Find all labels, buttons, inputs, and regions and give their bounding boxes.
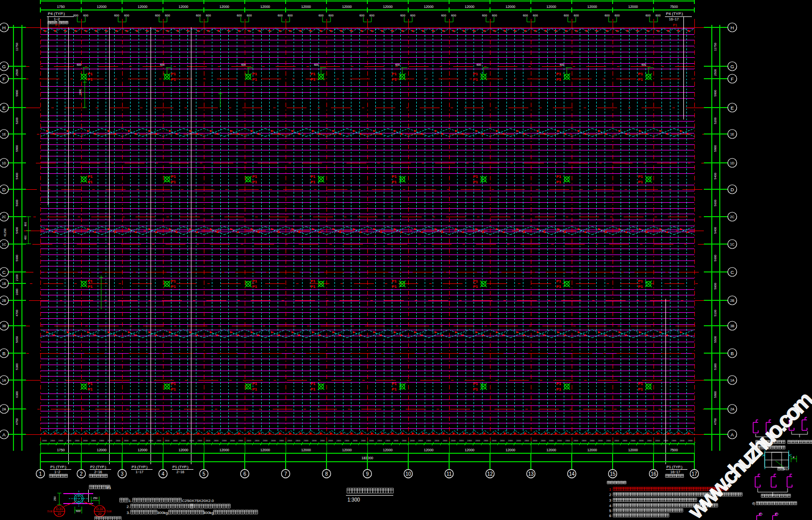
svg-text:5400: 5400	[15, 227, 18, 234]
svg-text:5800: 5800	[15, 90, 18, 97]
svg-text:P1: P1	[473, 387, 478, 391]
svg-text:P1: P1	[638, 284, 643, 289]
svg-text:5600: 5600	[15, 199, 18, 206]
svg-text:10: 10	[405, 471, 411, 477]
svg-text:P1: P1	[638, 180, 643, 184]
svg-text:3.: 3.	[127, 511, 130, 515]
svg-text:1: 1	[39, 471, 42, 477]
svg-text:P1: P1	[392, 174, 397, 179]
svg-text:2400: 2400	[91, 439, 96, 442]
svg-text:12000: 12000	[587, 448, 597, 452]
svg-text:6300: 6300	[15, 391, 18, 398]
svg-text:12000: 12000	[342, 5, 352, 8]
svg-text:2400: 2400	[524, 439, 529, 442]
svg-text:P1: P1	[171, 77, 176, 82]
svg-text:12: 12	[487, 471, 493, 477]
svg-text:2400: 2400	[42, 439, 47, 442]
svg-text:600: 600	[24, 222, 27, 227]
svg-text:600: 600	[560, 63, 564, 66]
svg-text:2400: 2400	[271, 439, 276, 442]
svg-text:P1: P1	[556, 382, 561, 386]
svg-text:12000: 12000	[587, 5, 597, 8]
svg-text:TYP.: TYP.	[47, 510, 53, 513]
svg-text:2400: 2400	[492, 439, 497, 442]
svg-text:5200: 5200	[714, 117, 717, 124]
svg-text:5800: 5800	[714, 391, 717, 398]
svg-text:11: 11	[447, 471, 452, 477]
svg-text:12000: 12000	[424, 5, 434, 8]
svg-text:P1: P1	[392, 284, 397, 289]
svg-text:5800: 5800	[714, 145, 717, 152]
svg-text:5800: 5800	[714, 90, 717, 97]
svg-text:600: 600	[288, 14, 293, 17]
svg-text:2400: 2400	[435, 439, 440, 442]
svg-text:P1: P1	[171, 284, 176, 289]
svg-text:d): d)	[752, 502, 755, 506]
svg-text:2400: 2400	[75, 439, 80, 442]
svg-text:2400: 2400	[663, 439, 668, 442]
svg-text:12000: 12000	[628, 5, 638, 8]
svg-text:600: 600	[482, 14, 487, 17]
svg-text:G: G	[2, 64, 5, 69]
svg-text:2400: 2400	[279, 439, 284, 442]
svg-text:P1: P1	[392, 72, 397, 76]
svg-text:300kg,: 300kg,	[157, 511, 169, 515]
svg-text:5300: 5300	[714, 363, 717, 370]
svg-text:12000: 12000	[546, 5, 556, 8]
svg-text:2400: 2400	[181, 439, 186, 442]
svg-text:2400: 2400	[623, 439, 628, 442]
svg-text:12000: 12000	[505, 448, 515, 452]
svg-text:P1: P1	[252, 174, 257, 179]
svg-text:5400: 5400	[714, 172, 717, 179]
svg-text:12000: 12000	[342, 448, 352, 452]
svg-text:600: 600	[400, 14, 406, 17]
svg-text:2400: 2400	[189, 439, 194, 442]
svg-text:P1: P1	[556, 279, 561, 283]
svg-text:C: C	[2, 269, 6, 275]
svg-text:600: 600	[160, 63, 164, 66]
svg-text:12000: 12000	[301, 448, 311, 452]
svg-text:4750: 4750	[714, 418, 717, 425]
svg-text:P1 (TYP.): P1 (TYP.)	[172, 465, 188, 469]
svg-text:2400: 2400	[173, 439, 178, 442]
svg-text:P1: P1	[392, 279, 397, 283]
svg-text:1D: 1D	[730, 161, 735, 165]
svg-text:2400: 2400	[459, 439, 464, 442]
svg-text:2400: 2400	[467, 439, 472, 442]
svg-text:2A: 2A	[2, 407, 6, 411]
svg-text:600: 600	[564, 14, 569, 17]
svg-text:2~16: 2~16	[94, 470, 102, 474]
svg-text:P1: P1	[473, 174, 478, 179]
svg-text:P1: P1	[171, 382, 176, 386]
svg-text:4700: 4700	[15, 309, 18, 316]
svg-text:2400: 2400	[328, 439, 333, 442]
svg-text:5400: 5400	[714, 227, 717, 234]
svg-text:1A: 1A	[2, 379, 6, 382]
svg-text:P1: P1	[311, 77, 316, 82]
svg-text:600: 600	[114, 14, 120, 17]
svg-text:12000: 12000	[424, 448, 434, 452]
svg-text:4750: 4750	[15, 418, 18, 425]
svg-text:2400: 2400	[238, 439, 243, 442]
svg-text:12000: 12000	[260, 448, 270, 452]
svg-text:5600: 5600	[714, 255, 717, 261]
svg-text:A: A	[2, 432, 6, 437]
svg-text:P1: P1	[311, 284, 316, 289]
svg-text:600: 600	[646, 14, 651, 17]
svg-text:P1: P1	[252, 387, 257, 391]
svg-text:600: 600	[155, 14, 161, 17]
svg-text:12000: 12000	[546, 448, 556, 452]
svg-text:P1: P1	[556, 77, 561, 82]
svg-text:P1: P1	[171, 279, 176, 283]
svg-text:D: D	[2, 187, 6, 192]
svg-text:2400: 2400	[655, 439, 660, 442]
svg-text:12000: 12000	[178, 448, 188, 452]
svg-text:600: 600	[642, 63, 646, 66]
svg-text:1750: 1750	[57, 5, 65, 8]
svg-text:2400: 2400	[165, 439, 170, 442]
svg-text:600: 600	[441, 14, 447, 17]
svg-text:600: 600	[206, 14, 211, 17]
svg-text:12000: 12000	[628, 448, 638, 452]
svg-text:5600: 5600	[714, 199, 717, 206]
svg-text:2400: 2400	[140, 439, 145, 442]
